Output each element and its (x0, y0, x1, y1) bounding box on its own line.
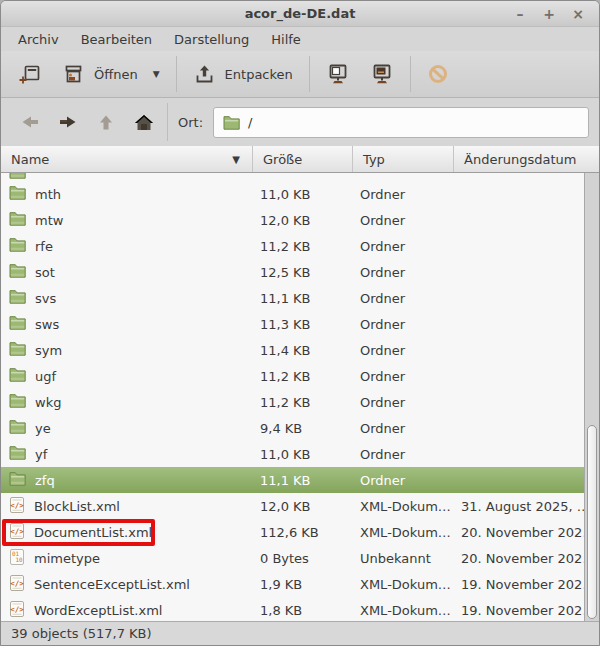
file-icon-slot: </> (9, 601, 25, 620)
maximize-button[interactable]: + (542, 4, 556, 24)
navigation-bar: Ort: / (1, 98, 599, 146)
vertical-scrollbar[interactable] (584, 173, 599, 621)
location-input[interactable]: / (213, 107, 589, 138)
view-file-alt-icon (370, 62, 394, 86)
file-name-cell: 01 10 mimetype (1, 545, 253, 571)
file-icon-slot (9, 263, 26, 281)
file-name-cell: zfq (1, 467, 253, 493)
folder-icon (9, 185, 26, 200)
file-list-area: mth 11,0 KB Ordner mtw 12,0 KB Ordner rf… (1, 173, 599, 621)
home-button[interactable] (125, 104, 163, 140)
view-file-button[interactable] (316, 56, 360, 92)
location-path: / (248, 115, 252, 130)
svg-text:</>: </> (10, 578, 24, 587)
table-row[interactable]: </> WordExceptList.xml 1,8 KB XML-Dokum…… (1, 597, 584, 621)
table-row[interactable]: yf 11,0 KB Ordner (1, 441, 584, 467)
file-name: sot (35, 265, 55, 280)
table-row[interactable]: sws 11,3 KB Ordner (1, 311, 584, 337)
open-archive-icon (62, 63, 85, 86)
window-title: acor_de-DE.dat (1, 6, 599, 21)
file-size: 11,2 KB (253, 239, 353, 254)
file-name-cell: sym (1, 337, 253, 363)
column-header-size[interactable]: Größe (253, 146, 353, 172)
xml-file-icon: </> (9, 601, 25, 617)
file-type: Ordner (353, 239, 454, 254)
file-size: 12,0 KB (253, 499, 353, 514)
file-name-cell: sws (1, 311, 253, 337)
table-row[interactable]: mth 11,0 KB Ordner (1, 181, 584, 207)
extract-icon (193, 63, 216, 86)
home-icon (134, 113, 154, 132)
file-type: Ordner (353, 343, 454, 358)
table-row[interactable]: wkg 11,2 KB Ordner (1, 389, 584, 415)
file-icon-slot (9, 315, 26, 333)
close-button[interactable]: × (571, 4, 585, 24)
table-row[interactable]: rfe 11,2 KB Ordner (1, 233, 584, 259)
file-date: 19. November 202… (454, 577, 584, 592)
minimize-button[interactable]: – (513, 4, 527, 24)
scrollbar-thumb[interactable] (587, 425, 597, 619)
menu-darstellung[interactable]: Darstellung (163, 29, 260, 50)
file-name: mimetype (34, 551, 100, 566)
file-size: 11,0 KB (253, 187, 353, 202)
forward-button[interactable] (49, 104, 87, 140)
file-type: Ordner (353, 447, 454, 462)
file-icon-slot (9, 471, 26, 489)
menu-hilfe[interactable]: Hilfe (260, 29, 312, 50)
column-header-date[interactable]: Änderungsdatum (454, 146, 599, 172)
titlebar[interactable]: acor_de-DE.dat – + × (1, 1, 599, 27)
new-archive-button[interactable] (9, 57, 52, 92)
table-row[interactable]: </> SentenceExceptList.xml 1,9 KB XML-Do… (1, 571, 584, 597)
file-icon-slot (9, 367, 26, 385)
menu-archiv[interactable]: Archiv (7, 29, 70, 50)
folder-icon (223, 115, 240, 130)
toolbar: Öffnen ▼ Entpacken (1, 51, 599, 98)
file-name-cell: mtw (1, 207, 253, 233)
file-size: 11,3 KB (253, 317, 353, 332)
file-name-cell: ugf (1, 363, 253, 389)
table-row[interactable]: sym 11,4 KB Ordner (1, 337, 584, 363)
file-name: WordExceptList.xml (34, 603, 162, 618)
file-size: 11,1 KB (253, 473, 353, 488)
sort-descending-icon: ▼ (232, 154, 240, 165)
table-row[interactable]: sot 12,5 KB Ordner (1, 259, 584, 285)
table-row[interactable]: ye 9,4 KB Ordner (1, 415, 584, 441)
file-type: XML-Dokum… (353, 603, 454, 618)
table-row[interactable]: mtw 12,0 KB Ordner (1, 207, 584, 233)
file-type: Ordner (353, 291, 454, 306)
file-name-cell: wkg (1, 389, 253, 415)
extract-button[interactable]: Entpacken (183, 57, 303, 92)
file-type: XML-Dokum… (353, 577, 454, 592)
table-row[interactable]: ugf 11,2 KB Ordner (1, 363, 584, 389)
view-file-alt-button[interactable] (360, 56, 404, 92)
file-size: 11,2 KB (253, 369, 353, 384)
menu-bearbeiten[interactable]: Bearbeiten (70, 29, 163, 50)
table-row[interactable]: </> BlockList.xml 12,0 KB XML-Dokum… 31.… (1, 493, 584, 519)
table-row[interactable]: zfq 11,1 KB Ordner (1, 467, 584, 493)
file-name: SentenceExceptList.xml (34, 577, 190, 592)
folder-icon (9, 237, 26, 252)
table-row[interactable]: 01 10 mimetype 0 Bytes Unbekannt 20. Nov… (1, 545, 584, 571)
forward-icon (58, 113, 78, 131)
back-button[interactable] (11, 104, 49, 140)
folder-icon (9, 341, 26, 356)
column-header-type[interactable]: Typ (353, 146, 454, 172)
file-size: 1,9 KB (253, 577, 353, 592)
up-button[interactable] (87, 104, 125, 140)
column-header-name[interactable]: Name ▼ (1, 146, 253, 172)
partial-top-row[interactable] (1, 173, 584, 181)
file-name-cell: </> BlockList.xml (1, 493, 253, 519)
table-row[interactable]: </> DocumentList.xml 112,6 KB XML-Dokum…… (1, 519, 584, 545)
xml-file-icon: </> (9, 523, 25, 539)
open-dropdown-arrow[interactable]: ▼ (153, 69, 160, 79)
file-icon-slot (9, 289, 26, 307)
file-icon-slot (9, 211, 26, 229)
file-name-cell: </> WordExceptList.xml (1, 597, 253, 621)
file-type: Ordner (353, 265, 454, 280)
table-row[interactable]: svs 11,1 KB Ordner (1, 285, 584, 311)
open-archive-button[interactable]: Öffnen ▼ (52, 57, 170, 92)
file-name-cell: rfe (1, 233, 253, 259)
svg-text:</>: </> (10, 500, 24, 509)
file-name: rfe (35, 239, 53, 254)
file-size: 11,2 KB (253, 395, 353, 410)
